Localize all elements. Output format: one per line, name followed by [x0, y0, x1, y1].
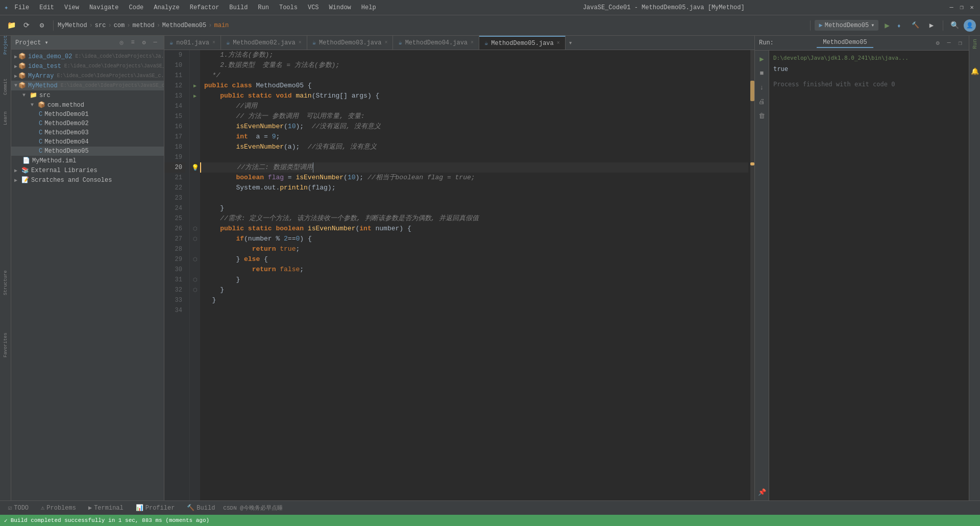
menu-window[interactable]: Window	[325, 3, 355, 12]
right-icon-notifications[interactable]: 🔔	[969, 65, 981, 78]
left-icon-structure[interactable]: Structure	[1, 278, 11, 288]
tree-item-idea-demo-02[interactable]: ▶ 📦 idea_demo_02 E:\idea_code\IdeaProjec…	[11, 52, 164, 61]
tree-item-idea-test[interactable]: ▶ 📦 idea_test E:\idea_code\IdeaProjects\…	[11, 61, 164, 71]
code-editor[interactable]: 1.方法名(参数); 2.数据类型 变量名 = 方法名(参数); */ publ…	[200, 50, 748, 500]
tab-close-4[interactable]: ×	[471, 40, 474, 45]
project-gear-btn[interactable]: ⚙	[139, 38, 149, 47]
run-arrow-12[interactable]: ▶	[193, 83, 197, 89]
module-icon-2: 📦	[18, 62, 26, 70]
tree-item-methoddemo03[interactable]: C MethodDemo03	[11, 128, 164, 137]
toolbar-separator-1	[53, 20, 54, 31]
tree-item-src[interactable]: ▼ 📁 src	[11, 90, 164, 100]
tab-close-3[interactable]: ×	[384, 40, 387, 45]
tree-item-external-libs[interactable]: ▶ 📚 External Libraries	[11, 165, 164, 175]
sync-button[interactable]: ⟳	[19, 18, 34, 33]
menu-edit[interactable]: Edit	[35, 3, 58, 12]
tree-item-scratches[interactable]: ▶ 📝 Scratches and Consoles	[11, 175, 164, 185]
breadcrumb-main[interactable]: main	[214, 22, 229, 29]
tab-no01[interactable]: ☕ no01.java ×	[164, 36, 221, 50]
fold-31[interactable]: ⬡	[193, 277, 198, 283]
settings-button[interactable]: ⚙	[35, 18, 49, 33]
minimize-button[interactable]: —	[947, 4, 955, 12]
breadcrumb-mymethod[interactable]: MyMethod	[58, 22, 87, 29]
tree-item-com-method[interactable]: ▼ 📦 com.method	[11, 100, 164, 110]
run-arrow-13[interactable]: ▶	[193, 93, 197, 99]
bottom-tab-build[interactable]: 🔨 Build	[183, 503, 219, 513]
run-pin-btn[interactable]: 📌	[756, 486, 768, 498]
run-rerun-btn[interactable]: ▶	[756, 53, 768, 65]
editor-scrollbar[interactable]	[748, 50, 754, 500]
left-icon-learn[interactable]: Learn	[1, 113, 11, 124]
run-print-btn[interactable]: 🖨	[756, 95, 768, 108]
tree-item-methoddemo01[interactable]: C MethodDemo01	[11, 110, 164, 119]
tab-close-2[interactable]: ×	[299, 40, 302, 45]
breadcrumb-com[interactable]: com	[114, 22, 125, 29]
right-icon-run[interactable]: Run	[969, 38, 981, 50]
coverage-button[interactable]: ▶	[924, 18, 939, 33]
debug-button[interactable]: ⬧	[892, 18, 906, 33]
tree-item-mymethod[interactable]: ▼ 📦 MyMethod E:\idea_code\IdeaProjects\J…	[11, 81, 164, 90]
bottom-tab-profiler[interactable]: 📊 Profiler	[132, 503, 179, 513]
menu-help[interactable]: Help	[357, 3, 380, 12]
bottom-tab-terminal[interactable]: ▶ Terminal	[84, 503, 128, 513]
menu-vcs[interactable]: VCS	[304, 3, 323, 12]
bottom-tab-problems[interactable]: ⚠ Problems	[37, 503, 80, 513]
menu-run[interactable]: Run	[254, 3, 273, 12]
run-stop-btn[interactable]: ■	[756, 67, 768, 79]
breadcrumb-method[interactable]: method	[132, 22, 154, 29]
project-expand-btn[interactable]: ≡	[128, 38, 137, 47]
toolbar-separator-3	[943, 20, 943, 31]
menu-tools[interactable]: Tools	[275, 3, 302, 12]
tree-item-mymethod-iml[interactable]: 📄 MyMethod.iml	[11, 156, 164, 165]
search-button[interactable]: 🔍	[947, 18, 962, 33]
project-dropdown-button[interactable]: 📁	[4, 18, 18, 33]
breadcrumb-src[interactable]: src	[95, 22, 106, 29]
run-minimize-btn[interactable]: —	[944, 38, 953, 47]
project-minimize-btn[interactable]: —	[151, 38, 160, 47]
left-icon-project[interactable]: Project	[1, 40, 11, 50]
menu-build[interactable]: Build	[225, 3, 252, 12]
run-button[interactable]: ▶	[885, 20, 890, 31]
build-button[interactable]: 🔨	[908, 18, 922, 33]
iml-icon: 📄	[22, 157, 30, 164]
menu-navigate[interactable]: Navigate	[85, 3, 123, 12]
tree-item-methoddemo05[interactable]: C MethodDemo05	[11, 147, 164, 156]
menu-code[interactable]: Code	[125, 3, 148, 12]
bottom-tab-todo[interactable]: ☑ TODO	[4, 503, 33, 513]
tab-close-1[interactable]: ×	[212, 40, 215, 45]
fold-26[interactable]: ⬡	[193, 226, 198, 232]
menu-view[interactable]: View	[60, 3, 83, 12]
fold-27[interactable]: ⬡	[193, 236, 198, 242]
tree-item-methoddemo02[interactable]: C MethodDemo02	[11, 119, 164, 128]
tab-methoddemo02[interactable]: ☕ MethodDemo02.java ×	[221, 36, 307, 50]
run-clear-btn[interactable]: 🗑	[756, 110, 768, 122]
close-button[interactable]: ✕	[968, 4, 976, 12]
fold-32[interactable]: ⬡	[193, 287, 198, 293]
ln-13: 13	[164, 91, 185, 101]
tab-methoddemo05[interactable]: ☕ MethodDemo05.java ×	[479, 36, 566, 50]
tab-methoddemo03[interactable]: ☕ MethodDemo03.java ×	[307, 36, 394, 50]
gutter-34	[190, 305, 200, 316]
left-icon-favorites[interactable]: Favorites	[1, 340, 11, 350]
run-config[interactable]: ▶ MethodDemo05 ▾	[815, 20, 878, 31]
tree-item-myarray[interactable]: ▶ 📦 MyArray E:\idea_code\IdeaProjects\Ja…	[11, 71, 164, 81]
fold-29[interactable]: ⬡	[193, 256, 198, 262]
code-line-16: isEvenNumber(10); //没有返回, 没有意义	[200, 122, 748, 132]
maximize-button[interactable]: ❐	[958, 4, 966, 12]
breadcrumb-methoddemo05[interactable]: MethodDemo05	[162, 22, 206, 29]
run-settings-btn[interactable]: ⚙	[933, 38, 942, 47]
left-icon-commit[interactable]: Commit	[1, 82, 11, 92]
run-tab-methoddemo05[interactable]: MethodDemo05	[817, 38, 873, 48]
tab-close-5[interactable]: ×	[557, 40, 560, 46]
menu-refactor[interactable]: Refactor	[186, 3, 224, 12]
project-locate-btn[interactable]: ◎	[117, 38, 126, 47]
tab-overflow-button[interactable]: ▾	[566, 36, 576, 50]
menu-analyze[interactable]: Analyze	[150, 3, 183, 12]
tab-methoddemo04[interactable]: ☕ MethodDemo04.java ×	[393, 36, 479, 50]
run-scroll-btn[interactable]: ↓	[756, 81, 768, 93]
menu-file[interactable]: File	[10, 3, 33, 12]
tree-item-methoddemo04[interactable]: C MethodDemo04	[11, 137, 164, 147]
ln-12: 12	[164, 81, 185, 91]
run-restore-btn[interactable]: ❐	[955, 38, 965, 47]
project-panel-header: Project ▾ ◎ ≡ ⚙ —	[11, 36, 164, 50]
